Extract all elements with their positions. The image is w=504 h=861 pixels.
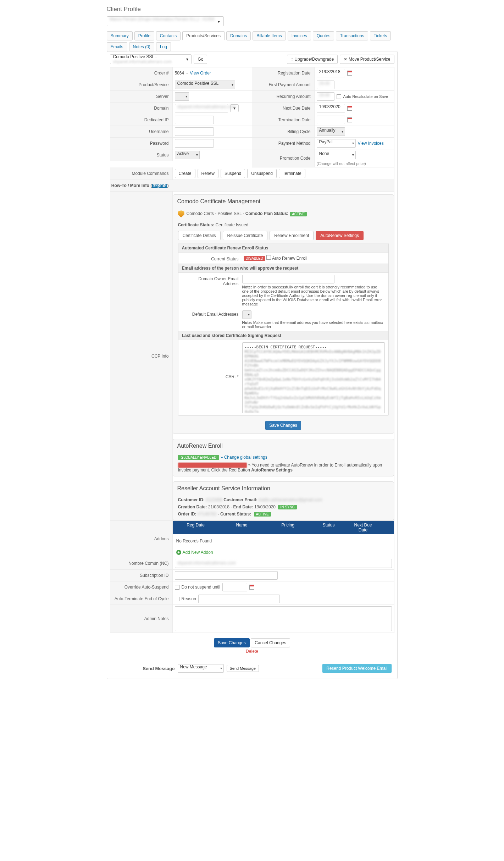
disabled-badge: DISABLED bbox=[244, 256, 265, 261]
tab-log[interactable]: Log bbox=[156, 42, 171, 51]
expand-link[interactable]: Expand bbox=[152, 183, 167, 188]
terminate-checkbox[interactable] bbox=[175, 597, 179, 601]
owner-email-input[interactable] bbox=[242, 275, 334, 283]
subtab-renew-enrollment[interactable]: Renew Enrollment bbox=[270, 231, 314, 240]
recurring-input[interactable]: 29.00 bbox=[317, 92, 334, 101]
global-badge: GLOBALLY ENABLED bbox=[178, 455, 220, 460]
status-badge: ACTIVE bbox=[290, 212, 307, 216]
calendar-icon[interactable] bbox=[347, 106, 352, 111]
tab-tickets[interactable]: Tickets bbox=[370, 31, 391, 40]
subtab-reissue-certificate[interactable]: Reissue Certificate bbox=[223, 231, 268, 240]
ccp-heading: Comodo Certificate Management bbox=[173, 195, 394, 207]
shield-icon bbox=[178, 210, 184, 217]
caret-down-icon: ▾ bbox=[218, 19, 220, 24]
tab-bar: SummaryProfileContactsProducts/ServicesD… bbox=[107, 31, 398, 51]
calendar-icon[interactable] bbox=[249, 585, 254, 590]
first-payment-input[interactable]: 29.00 bbox=[317, 81, 334, 89]
add-addon-link[interactable]: +Add New Addon bbox=[173, 548, 394, 557]
suspend-checkbox[interactable] bbox=[175, 585, 179, 590]
message-select[interactable]: New Message▾ bbox=[178, 664, 224, 673]
subscription-input[interactable] bbox=[175, 571, 278, 580]
tab-domains[interactable]: Domains bbox=[226, 31, 251, 40]
suspend-button[interactable]: Suspend bbox=[221, 169, 245, 178]
tab-emails[interactable]: Emails bbox=[107, 42, 127, 51]
tab-products-services[interactable]: Products/Services bbox=[182, 31, 225, 40]
term-date-input[interactable] bbox=[317, 116, 345, 124]
save-changes-button[interactable]: Save Changes bbox=[265, 421, 301, 430]
promo-select[interactable]: None▾ bbox=[317, 151, 356, 159]
unsuspend-button[interactable]: Unsuspend bbox=[247, 169, 277, 178]
cycle-select[interactable]: Annually▾ bbox=[317, 127, 345, 136]
nc-input[interactable]: vbpanel.informaticaferraro.com bbox=[175, 559, 392, 568]
addons-header: Reg Date Name Pricing Status Next Due Da… bbox=[173, 521, 394, 534]
admin-notes-input[interactable] bbox=[175, 606, 392, 631]
caret-down-icon: ▾ bbox=[186, 57, 188, 62]
tab-invoices[interactable]: Invoices bbox=[288, 31, 311, 40]
tab-profile[interactable]: Profile bbox=[134, 31, 154, 40]
calendar-icon[interactable] bbox=[347, 71, 352, 76]
default-email-select[interactable]: ▾ bbox=[242, 310, 251, 319]
order-label: Order # bbox=[110, 71, 172, 76]
move-button[interactable]: ✕Move Product/Service bbox=[340, 55, 394, 64]
view-invoices-link[interactable]: View Invoices bbox=[358, 141, 384, 146]
reg-date-input[interactable]: 21/03/2018 bbox=[317, 69, 345, 77]
status-select[interactable]: Active▾ bbox=[175, 151, 200, 159]
server-select[interactable]: ▾ bbox=[175, 92, 189, 101]
cancel-button[interactable]: Cancel Changes bbox=[251, 638, 290, 647]
page-title: Client Profile bbox=[107, 6, 398, 13]
terminate-button[interactable]: Terminate bbox=[279, 169, 305, 178]
shuffle-icon: ✕ bbox=[344, 57, 347, 62]
tab-contacts[interactable]: Contacts bbox=[156, 31, 181, 40]
calendar-icon[interactable] bbox=[347, 117, 352, 122]
view-order-link[interactable]: View Order bbox=[190, 71, 211, 76]
client-select[interactable]: Marco Ferraro (Grupo Informatico Ferraro… bbox=[107, 16, 224, 26]
tab-transactions[interactable]: Transactions bbox=[336, 31, 368, 40]
create-button[interactable]: Create bbox=[175, 169, 195, 178]
tab-billable-items[interactable]: Billable Items bbox=[253, 31, 286, 40]
save-button[interactable]: Save Changes bbox=[214, 638, 250, 647]
password-input[interactable] bbox=[175, 139, 214, 148]
product-field[interactable]: Comodo Positive SSL▾ bbox=[175, 81, 235, 89]
product-select[interactable]: Comodo Positive SSL - vbpanel.informatic… bbox=[110, 54, 192, 64]
subtab-autorenew-settings[interactable]: AutoRenew Settings bbox=[316, 231, 364, 240]
renew-button[interactable]: Renew bbox=[198, 169, 218, 178]
upgrade-icon: ↕ bbox=[291, 57, 293, 62]
delete-link[interactable]: Delete bbox=[110, 649, 394, 654]
method-select[interactable]: PayPal▾ bbox=[317, 139, 356, 148]
red-badge: DISABLED - AUTORENEW DISABLED bbox=[178, 463, 247, 468]
tab-notes-0-[interactable]: Notes (0) bbox=[129, 42, 154, 51]
change-global-link[interactable]: » Change global settings bbox=[219, 455, 267, 460]
username-input[interactable] bbox=[175, 127, 214, 136]
dedicated-ip-input[interactable] bbox=[175, 116, 214, 124]
upgrade-button[interactable]: ↕Upgrade/Downgrade bbox=[287, 55, 338, 64]
auto-renew-checkbox[interactable] bbox=[266, 255, 271, 260]
subtab-certificate-details[interactable]: Certificate Details bbox=[178, 231, 221, 240]
domain-input[interactable]: vbpanel.informaticaferraro.com bbox=[175, 104, 228, 112]
go-button[interactable]: Go bbox=[194, 55, 207, 64]
resend-button[interactable]: Resend Product Welcome Email bbox=[322, 664, 392, 673]
plus-icon: + bbox=[176, 550, 181, 555]
suspend-date-input[interactable] bbox=[222, 583, 247, 591]
reason-input[interactable] bbox=[198, 595, 280, 603]
tab-quotes[interactable]: Quotes bbox=[313, 31, 334, 40]
due-date-input[interactable]: 19/03/2020 bbox=[317, 104, 345, 112]
tab-summary[interactable]: Summary bbox=[107, 31, 133, 40]
send-message-button[interactable]: Send Message bbox=[227, 665, 259, 672]
auto-recalc-checkbox[interactable] bbox=[337, 94, 341, 99]
